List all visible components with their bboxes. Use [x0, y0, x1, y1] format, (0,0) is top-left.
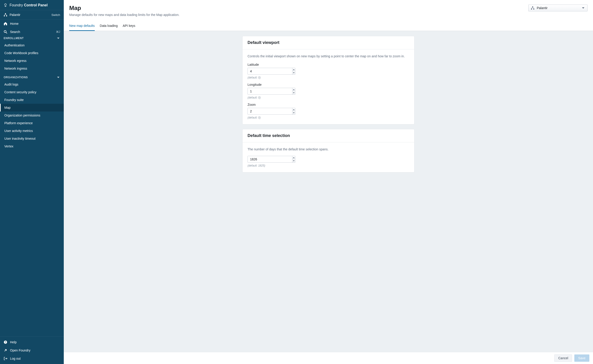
card-title-time: Default time selection: [247, 133, 409, 138]
sidebar-item-foundry-suite[interactable]: Foundry suite: [0, 96, 64, 104]
sidebar-static-nav: Home Search ⌘J: [0, 20, 64, 36]
svg-rect-1: [5, 13, 6, 14]
field-longitude: Longitude (default: 0): [247, 83, 409, 99]
svg-point-4: [4, 31, 6, 32]
page-header: Map Manage defaults for new maps and dat…: [64, 0, 593, 17]
nav-open-foundry-label: Open Foundry: [10, 349, 31, 352]
org-selector-label: Palantir: [537, 6, 547, 10]
chevron-down-icon: [56, 76, 60, 79]
nav-help-label: Help: [10, 340, 17, 344]
help-icon: ?: [4, 340, 7, 344]
svg-rect-9: [533, 9, 534, 10]
tab-api-keys[interactable]: API keys: [123, 22, 135, 31]
save-button[interactable]: Save: [574, 354, 589, 362]
zoom-step-down[interactable]: [292, 111, 295, 114]
card-default-time: Default time selection The number of day…: [242, 129, 414, 172]
tab-data-loading[interactable]: Data loading: [100, 22, 118, 31]
sidebar-item-organization-permissions[interactable]: Organization permissions: [0, 111, 64, 119]
main: Map Manage defaults for new maps and dat…: [64, 0, 593, 364]
nav-search[interactable]: Search ⌘J: [0, 28, 64, 36]
brand-row: Foundry Control Panel: [0, 0, 64, 10]
longitude-input-wrap: [247, 88, 295, 95]
org-tree-icon: [531, 6, 534, 10]
days-input-wrap: [247, 156, 295, 163]
zoom-step-up[interactable]: [292, 108, 295, 111]
card-title-viewport: Default viewport: [247, 40, 409, 45]
hint-days: (default: 1825): [247, 164, 409, 167]
section-orgs-list: Audit logsContent security policyFoundry…: [0, 81, 64, 150]
section-enrollment-header[interactable]: ENROLLMENT: [0, 36, 64, 41]
sidebar-scroll[interactable]: ENROLLMENT AuthenticationCode Workbook p…: [0, 36, 64, 337]
card-desc-viewport: Controls the initial viewport shown on n…: [247, 54, 409, 59]
section-orgs-header[interactable]: ORGANIZATIONS: [0, 72, 64, 81]
log-out-icon: [4, 357, 7, 360]
label-zoom: Zoom: [247, 103, 409, 106]
brand-first: Foundry: [10, 3, 23, 7]
sidebar-item-user-inactivity-timeout[interactable]: User inactivity timeout: [0, 135, 64, 143]
sidebar-item-network-ingress[interactable]: Network ingress: [0, 65, 64, 72]
longitude-step-down[interactable]: [292, 91, 295, 94]
latitude-input[interactable]: [248, 68, 292, 74]
days-step-down[interactable]: [292, 159, 295, 162]
hint-zoom: (default: 0): [247, 116, 409, 119]
brand-text: Foundry Control Panel: [10, 3, 48, 7]
days-input[interactable]: [248, 156, 292, 162]
hint-latitude: (default: 0): [247, 76, 409, 79]
svg-text:?: ?: [5, 341, 6, 344]
sidebar-item-content-security-policy[interactable]: Content security policy: [0, 88, 64, 96]
nav-log-out-label: Log out: [10, 357, 21, 360]
svg-rect-3: [6, 15, 7, 16]
nav-search-shortcut: ⌘J: [56, 30, 60, 33]
section-orgs-label: ORGANIZATIONS: [4, 76, 28, 79]
longitude-input[interactable]: [248, 88, 292, 94]
days-step-up[interactable]: [292, 156, 295, 159]
card-desc-time: The number of days that the default time…: [247, 147, 409, 152]
home-icon: [4, 22, 7, 26]
sidebar: Foundry Control Panel Palantir Switch Ho…: [0, 0, 64, 364]
longitude-step-up[interactable]: [292, 88, 295, 91]
zoom-input-wrap: [247, 108, 295, 115]
chevron-down-icon: [56, 36, 60, 40]
label-latitude: Latitude: [247, 63, 409, 66]
tabs: New map defaultsData loadingAPI keys: [64, 22, 593, 31]
footer-bar: Cancel Save: [64, 352, 593, 364]
sidebar-item-user-activity-metrics[interactable]: User activity metrics: [0, 127, 64, 135]
latitude-step-up[interactable]: [292, 68, 295, 71]
nav-help[interactable]: ? Help: [0, 338, 64, 346]
sidebar-item-audit-logs[interactable]: Audit logs: [0, 81, 64, 88]
field-zoom: Zoom (default: 0): [247, 103, 409, 119]
tab-new-map-defaults[interactable]: New map defaults: [69, 22, 95, 31]
sidebar-item-vertex[interactable]: Vertex: [0, 143, 64, 150]
sidebar-item-authentication[interactable]: Authentication: [0, 41, 64, 49]
org-tree-icon: [4, 13, 7, 17]
sidebar-item-network-egress[interactable]: Network egress: [0, 57, 64, 65]
brand-logo-icon: [4, 3, 7, 7]
org-switch-link[interactable]: Switch: [52, 13, 60, 17]
nav-home-label: Home: [10, 22, 19, 26]
sidebar-item-platform-experience[interactable]: Platform experience: [0, 119, 64, 127]
latitude-step-down[interactable]: [292, 71, 295, 74]
svg-rect-8: [531, 9, 532, 10]
content-scroll[interactable]: Default viewport Controls the initial vi…: [64, 31, 593, 364]
page-subtitle: Manage defaults for new maps and data lo…: [69, 13, 180, 17]
open-external-icon: [4, 349, 7, 352]
cancel-button[interactable]: Cancel: [554, 354, 572, 362]
card-default-viewport: Default viewport Controls the initial vi…: [242, 36, 414, 124]
svg-point-0: [5, 4, 6, 6]
search-icon: [4, 30, 7, 34]
nav-search-label: Search: [10, 30, 20, 34]
zoom-input[interactable]: [248, 108, 292, 114]
svg-rect-2: [4, 15, 5, 16]
hint-longitude: (default: 0): [247, 96, 409, 99]
chevron-down-icon: [581, 6, 585, 10]
brand-second: Control Panel: [24, 3, 48, 7]
nav-log-out[interactable]: Log out: [0, 354, 64, 363]
org-selector[interactable]: Palantir: [528, 5, 587, 11]
sidebar-org-row: Palantir Switch: [0, 10, 64, 20]
sidebar-bottom: ? Help Open Foundry Log out: [0, 337, 64, 364]
sidebar-item-map[interactable]: Map: [0, 104, 64, 111]
sidebar-item-code-workbook-profiles[interactable]: Code Workbook profiles: [0, 49, 64, 57]
svg-rect-7: [532, 6, 533, 7]
nav-open-foundry[interactable]: Open Foundry: [0, 346, 64, 354]
nav-home[interactable]: Home: [0, 20, 64, 28]
